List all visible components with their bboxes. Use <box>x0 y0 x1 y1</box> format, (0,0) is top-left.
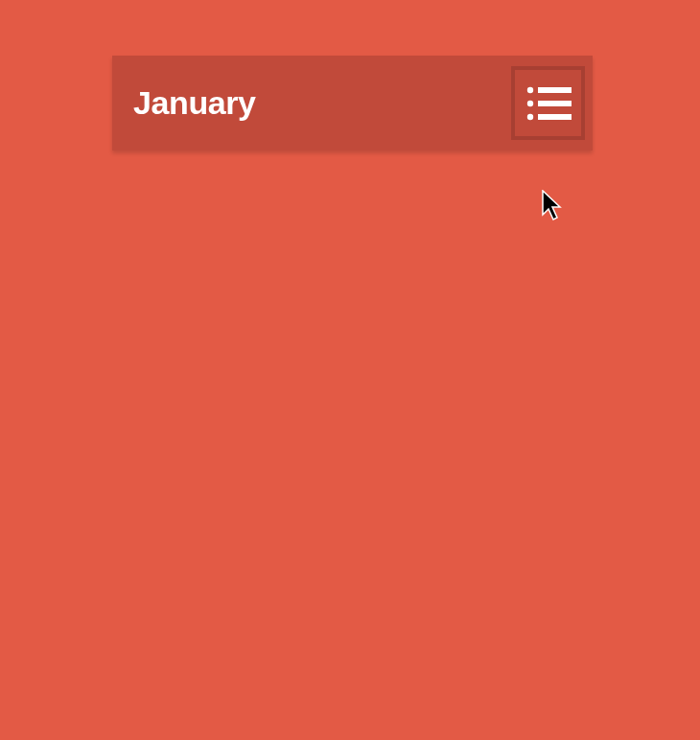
svg-point-2 <box>526 100 532 105</box>
header-title: January <box>133 84 256 122</box>
svg-rect-3 <box>538 101 572 106</box>
cursor-icon <box>542 190 565 222</box>
svg-point-0 <box>526 86 532 92</box>
list-menu-button[interactable] <box>511 66 585 140</box>
svg-rect-5 <box>538 114 572 120</box>
header-bar: January <box>112 56 593 150</box>
svg-point-4 <box>526 113 532 119</box>
list-menu-icon <box>525 84 572 123</box>
svg-rect-1 <box>538 87 572 93</box>
